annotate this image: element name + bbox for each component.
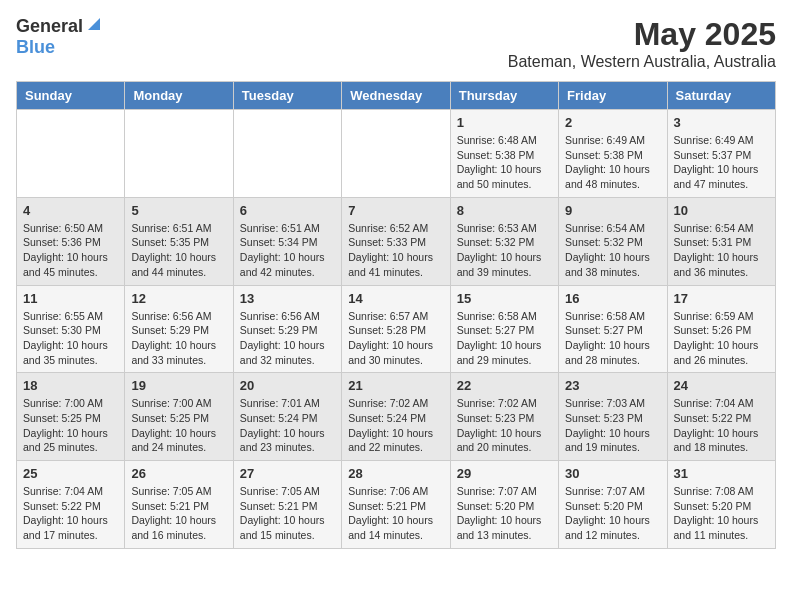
- calendar-header-row: SundayMondayTuesdayWednesdayThursdayFrid…: [17, 82, 776, 110]
- day-content: Sunrise: 7:04 AM Sunset: 5:22 PM Dayligh…: [674, 396, 769, 455]
- day-number: 5: [131, 203, 226, 218]
- calendar-cell: [125, 110, 233, 198]
- calendar-cell: 20Sunrise: 7:01 AM Sunset: 5:24 PM Dayli…: [233, 373, 341, 461]
- calendar-cell: 18Sunrise: 7:00 AM Sunset: 5:25 PM Dayli…: [17, 373, 125, 461]
- calendar-cell: 26Sunrise: 7:05 AM Sunset: 5:21 PM Dayli…: [125, 461, 233, 549]
- calendar-week-row: 25Sunrise: 7:04 AM Sunset: 5:22 PM Dayli…: [17, 461, 776, 549]
- day-content: Sunrise: 7:08 AM Sunset: 5:20 PM Dayligh…: [674, 484, 769, 543]
- calendar-cell: 31Sunrise: 7:08 AM Sunset: 5:20 PM Dayli…: [667, 461, 775, 549]
- day-number: 8: [457, 203, 552, 218]
- calendar-cell: 25Sunrise: 7:04 AM Sunset: 5:22 PM Dayli…: [17, 461, 125, 549]
- calendar-week-row: 1Sunrise: 6:48 AM Sunset: 5:38 PM Daylig…: [17, 110, 776, 198]
- day-number: 4: [23, 203, 118, 218]
- calendar-cell: 22Sunrise: 7:02 AM Sunset: 5:23 PM Dayli…: [450, 373, 558, 461]
- day-number: 12: [131, 291, 226, 306]
- day-content: Sunrise: 6:51 AM Sunset: 5:35 PM Dayligh…: [131, 221, 226, 280]
- calendar-cell: 7Sunrise: 6:52 AM Sunset: 5:33 PM Daylig…: [342, 197, 450, 285]
- calendar-week-row: 18Sunrise: 7:00 AM Sunset: 5:25 PM Dayli…: [17, 373, 776, 461]
- day-number: 23: [565, 378, 660, 393]
- day-number: 30: [565, 466, 660, 481]
- day-number: 16: [565, 291, 660, 306]
- calendar-cell: [342, 110, 450, 198]
- day-number: 2: [565, 115, 660, 130]
- calendar-cell: 2Sunrise: 6:49 AM Sunset: 5:38 PM Daylig…: [559, 110, 667, 198]
- calendar-cell: 10Sunrise: 6:54 AM Sunset: 5:31 PM Dayli…: [667, 197, 775, 285]
- calendar-cell: 11Sunrise: 6:55 AM Sunset: 5:30 PM Dayli…: [17, 285, 125, 373]
- day-content: Sunrise: 6:50 AM Sunset: 5:36 PM Dayligh…: [23, 221, 118, 280]
- day-content: Sunrise: 7:03 AM Sunset: 5:23 PM Dayligh…: [565, 396, 660, 455]
- calendar-cell: 16Sunrise: 6:58 AM Sunset: 5:27 PM Dayli…: [559, 285, 667, 373]
- logo-general-text: General: [16, 16, 83, 37]
- calendar-cell: [17, 110, 125, 198]
- calendar-cell: 9Sunrise: 6:54 AM Sunset: 5:32 PM Daylig…: [559, 197, 667, 285]
- logo-triangle-icon: [86, 16, 100, 34]
- day-content: Sunrise: 6:52 AM Sunset: 5:33 PM Dayligh…: [348, 221, 443, 280]
- calendar-cell: 24Sunrise: 7:04 AM Sunset: 5:22 PM Dayli…: [667, 373, 775, 461]
- day-content: Sunrise: 7:06 AM Sunset: 5:21 PM Dayligh…: [348, 484, 443, 543]
- calendar-day-header: Friday: [559, 82, 667, 110]
- day-content: Sunrise: 6:54 AM Sunset: 5:31 PM Dayligh…: [674, 221, 769, 280]
- day-number: 31: [674, 466, 769, 481]
- day-number: 26: [131, 466, 226, 481]
- day-number: 19: [131, 378, 226, 393]
- day-content: Sunrise: 6:49 AM Sunset: 5:37 PM Dayligh…: [674, 133, 769, 192]
- calendar-cell: 12Sunrise: 6:56 AM Sunset: 5:29 PM Dayli…: [125, 285, 233, 373]
- day-number: 27: [240, 466, 335, 481]
- calendar-cell: [233, 110, 341, 198]
- day-number: 6: [240, 203, 335, 218]
- day-number: 29: [457, 466, 552, 481]
- calendar-cell: 21Sunrise: 7:02 AM Sunset: 5:24 PM Dayli…: [342, 373, 450, 461]
- calendar-cell: 29Sunrise: 7:07 AM Sunset: 5:20 PM Dayli…: [450, 461, 558, 549]
- calendar-cell: 30Sunrise: 7:07 AM Sunset: 5:20 PM Dayli…: [559, 461, 667, 549]
- day-content: Sunrise: 6:56 AM Sunset: 5:29 PM Dayligh…: [131, 309, 226, 368]
- calendar-week-row: 11Sunrise: 6:55 AM Sunset: 5:30 PM Dayli…: [17, 285, 776, 373]
- title-block: May 2025 Bateman, Western Australia, Aus…: [508, 16, 776, 71]
- calendar-cell: 5Sunrise: 6:51 AM Sunset: 5:35 PM Daylig…: [125, 197, 233, 285]
- day-content: Sunrise: 7:05 AM Sunset: 5:21 PM Dayligh…: [131, 484, 226, 543]
- day-number: 18: [23, 378, 118, 393]
- day-number: 9: [565, 203, 660, 218]
- day-content: Sunrise: 6:49 AM Sunset: 5:38 PM Dayligh…: [565, 133, 660, 192]
- calendar-cell: 4Sunrise: 6:50 AM Sunset: 5:36 PM Daylig…: [17, 197, 125, 285]
- calendar-cell: 23Sunrise: 7:03 AM Sunset: 5:23 PM Dayli…: [559, 373, 667, 461]
- day-content: Sunrise: 6:54 AM Sunset: 5:32 PM Dayligh…: [565, 221, 660, 280]
- day-content: Sunrise: 7:01 AM Sunset: 5:24 PM Dayligh…: [240, 396, 335, 455]
- calendar-day-header: Tuesday: [233, 82, 341, 110]
- day-number: 21: [348, 378, 443, 393]
- calendar-cell: 15Sunrise: 6:58 AM Sunset: 5:27 PM Dayli…: [450, 285, 558, 373]
- day-number: 11: [23, 291, 118, 306]
- day-number: 17: [674, 291, 769, 306]
- calendar-cell: 17Sunrise: 6:59 AM Sunset: 5:26 PM Dayli…: [667, 285, 775, 373]
- calendar-week-row: 4Sunrise: 6:50 AM Sunset: 5:36 PM Daylig…: [17, 197, 776, 285]
- day-number: 10: [674, 203, 769, 218]
- day-number: 25: [23, 466, 118, 481]
- calendar-cell: 6Sunrise: 6:51 AM Sunset: 5:34 PM Daylig…: [233, 197, 341, 285]
- day-content: Sunrise: 6:57 AM Sunset: 5:28 PM Dayligh…: [348, 309, 443, 368]
- logo: General Blue: [16, 16, 100, 58]
- day-content: Sunrise: 6:55 AM Sunset: 5:30 PM Dayligh…: [23, 309, 118, 368]
- day-content: Sunrise: 7:00 AM Sunset: 5:25 PM Dayligh…: [131, 396, 226, 455]
- calendar-cell: 8Sunrise: 6:53 AM Sunset: 5:32 PM Daylig…: [450, 197, 558, 285]
- calendar-cell: 13Sunrise: 6:56 AM Sunset: 5:29 PM Dayli…: [233, 285, 341, 373]
- page-subtitle: Bateman, Western Australia, Australia: [508, 53, 776, 71]
- calendar-day-header: Thursday: [450, 82, 558, 110]
- calendar-day-header: Wednesday: [342, 82, 450, 110]
- day-content: Sunrise: 6:59 AM Sunset: 5:26 PM Dayligh…: [674, 309, 769, 368]
- page-title: May 2025: [508, 16, 776, 53]
- day-content: Sunrise: 6:51 AM Sunset: 5:34 PM Dayligh…: [240, 221, 335, 280]
- calendar-cell: 14Sunrise: 6:57 AM Sunset: 5:28 PM Dayli…: [342, 285, 450, 373]
- day-number: 3: [674, 115, 769, 130]
- calendar-cell: 28Sunrise: 7:06 AM Sunset: 5:21 PM Dayli…: [342, 461, 450, 549]
- calendar-day-header: Sunday: [17, 82, 125, 110]
- day-number: 20: [240, 378, 335, 393]
- day-number: 22: [457, 378, 552, 393]
- calendar-day-header: Monday: [125, 82, 233, 110]
- day-content: Sunrise: 7:07 AM Sunset: 5:20 PM Dayligh…: [565, 484, 660, 543]
- day-number: 13: [240, 291, 335, 306]
- calendar-cell: 19Sunrise: 7:00 AM Sunset: 5:25 PM Dayli…: [125, 373, 233, 461]
- day-content: Sunrise: 6:56 AM Sunset: 5:29 PM Dayligh…: [240, 309, 335, 368]
- day-number: 1: [457, 115, 552, 130]
- day-content: Sunrise: 7:05 AM Sunset: 5:21 PM Dayligh…: [240, 484, 335, 543]
- day-number: 28: [348, 466, 443, 481]
- calendar-cell: 3Sunrise: 6:49 AM Sunset: 5:37 PM Daylig…: [667, 110, 775, 198]
